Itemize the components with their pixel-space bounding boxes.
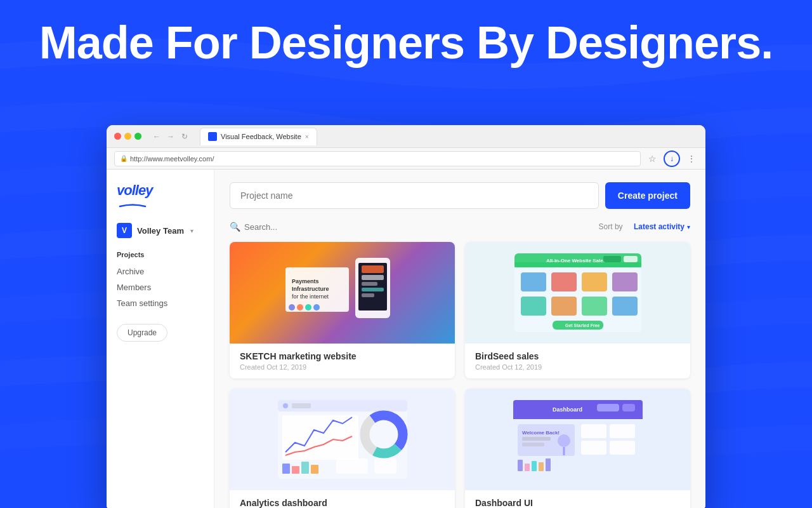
chevron-down-icon: ▾ xyxy=(190,227,193,234)
tab-area: Visual Feedback, Website × xyxy=(200,128,693,145)
svg-rect-54 xyxy=(522,443,544,446)
svg-point-13 xyxy=(305,304,311,311)
nav-section-label: Projects xyxy=(117,251,204,258)
browser-tab[interactable]: Visual Feedback, Website × xyxy=(200,128,317,145)
sort-chevron-icon: ▾ xyxy=(687,224,690,231)
address-bar[interactable]: 🔒 http://www.meetvolley.com/ xyxy=(114,151,641,166)
svg-rect-28 xyxy=(612,297,638,316)
svg-point-55 xyxy=(558,434,570,447)
svg-text:Payments: Payments xyxy=(292,278,319,284)
create-project-button[interactable]: Create project xyxy=(605,182,690,209)
svg-rect-4 xyxy=(362,282,377,286)
svg-rect-61 xyxy=(518,460,523,471)
svg-text:Get Started Free: Get Started Free xyxy=(565,323,600,328)
svg-rect-58 xyxy=(610,424,635,438)
svg-rect-27 xyxy=(582,297,607,316)
search-box: 🔍 xyxy=(230,222,358,232)
team-name: Volley Team xyxy=(137,226,184,236)
project-date-birdseed: Created Oct 12, 2019 xyxy=(475,363,680,371)
search-icon: 🔍 xyxy=(230,222,240,232)
svg-point-14 xyxy=(313,304,320,311)
project-info-sketch: SKETCH marketing website Created Oct 12,… xyxy=(230,344,455,378)
svg-point-33 xyxy=(283,403,288,408)
svg-rect-62 xyxy=(525,464,530,471)
project-thumbnail-analytics xyxy=(230,389,455,490)
team-selector[interactable]: V Volley Team ▾ xyxy=(117,223,204,238)
sort-label: Sort by xyxy=(599,222,623,231)
tab-title: Visual Feedback, Website xyxy=(221,133,301,140)
project-card-analytics[interactable]: Analytics dashboard Created Oct 11, 2019 xyxy=(230,389,455,508)
svg-rect-63 xyxy=(532,461,537,471)
address-text: http://www.meetvolley.com/ xyxy=(130,155,214,163)
browser-window: ← → ↻ Visual Feedback, Website × 🔒 http:… xyxy=(107,125,705,508)
svg-rect-47 xyxy=(513,414,643,419)
reload-button[interactable]: ↻ xyxy=(180,131,190,142)
fullscreen-traffic-light[interactable] xyxy=(134,133,141,140)
svg-rect-65 xyxy=(546,458,551,471)
svg-rect-3 xyxy=(362,275,384,280)
sidebar-item-members[interactable]: Members xyxy=(117,279,204,295)
project-title-dashboard: Dashboard UI xyxy=(475,498,680,508)
search-input[interactable] xyxy=(244,222,358,232)
svg-rect-64 xyxy=(539,462,544,471)
browser-nav: ← → ↻ xyxy=(152,131,190,142)
svg-rect-20 xyxy=(624,256,638,262)
project-info-dashboard: Dashboard UI Created Oct 10, 2019 xyxy=(465,490,690,508)
address-bar-actions: ☆ ↓ ⋮ xyxy=(646,150,698,167)
project-date-sketch: Created Oct 12, 2019 xyxy=(240,363,445,371)
svg-rect-57 xyxy=(581,424,606,438)
svg-text:Infrastructure: Infrastructure xyxy=(292,286,329,292)
bookmark-icon[interactable]: ☆ xyxy=(646,152,658,165)
svg-text:Dashboard: Dashboard xyxy=(553,406,582,413)
sort-value[interactable]: Latest activity xyxy=(634,222,684,231)
volley-logo: volley xyxy=(117,182,204,210)
back-button[interactable]: ← xyxy=(152,131,162,142)
more-menu-icon[interactable]: ⋮ xyxy=(685,152,698,165)
svg-rect-53 xyxy=(522,437,551,441)
project-info-analytics: Analytics dashboard Created Oct 11, 2019 xyxy=(230,490,455,508)
svg-rect-5 xyxy=(362,288,384,291)
svg-text:Welcome Back!: Welcome Back! xyxy=(522,430,560,436)
svg-rect-21 xyxy=(521,272,546,291)
tab-close-icon[interactable]: × xyxy=(305,133,309,140)
svg-point-11 xyxy=(289,304,295,311)
svg-rect-44 xyxy=(374,458,396,474)
forward-button[interactable]: → xyxy=(166,131,176,142)
project-title-birdseed: BirdSeed sales xyxy=(475,351,680,361)
svg-rect-6 xyxy=(362,293,374,297)
svg-text:for the internet: for the internet xyxy=(292,293,329,300)
sidebar-item-archive[interactable]: Archive xyxy=(117,264,204,279)
svg-rect-2 xyxy=(362,265,384,273)
svg-rect-60 xyxy=(610,441,635,455)
svg-rect-24 xyxy=(612,272,638,291)
address-bar-row: 🔒 http://www.meetvolley.com/ ☆ ↓ ⋮ xyxy=(107,148,705,170)
team-avatar: V xyxy=(117,223,132,238)
sidebar-item-team-settings[interactable]: Team settings xyxy=(117,295,204,311)
svg-rect-40 xyxy=(292,466,299,474)
project-card-dashboard[interactable]: Dashboard Welcome Back! xyxy=(465,389,690,508)
svg-rect-59 xyxy=(581,441,606,455)
svg-rect-41 xyxy=(301,462,309,474)
sidebar: volley V Volley Team ▾ Projects Archive … xyxy=(107,170,214,508)
lock-icon: 🔒 xyxy=(120,155,128,162)
download-icon[interactable]: ↓ xyxy=(664,150,680,167)
logo-swoosh xyxy=(117,203,148,208)
upgrade-button[interactable]: Upgrade xyxy=(117,324,167,342)
search-sort-bar: 🔍 Sort by Latest activity ▾ xyxy=(230,222,690,232)
svg-rect-26 xyxy=(551,297,577,316)
project-card-birdseed[interactable]: All-in-One Website Sales Tool xyxy=(465,242,690,378)
traffic-lights xyxy=(114,133,141,140)
svg-rect-22 xyxy=(551,272,577,291)
project-card-sketch[interactable]: Payments Infrastructure for the internet… xyxy=(230,242,455,378)
close-traffic-light[interactable] xyxy=(114,133,121,140)
project-title-analytics: Analytics dashboard xyxy=(240,498,445,508)
logo-text: volley xyxy=(117,182,152,199)
minimize-traffic-light[interactable] xyxy=(124,133,131,140)
project-title-sketch: SKETCH marketing website xyxy=(240,351,445,361)
project-thumbnail-birdseed: All-in-One Website Sales Tool xyxy=(465,242,690,344)
svg-rect-23 xyxy=(582,272,607,291)
svg-rect-49 xyxy=(597,404,619,411)
create-project-bar: Create project xyxy=(230,182,690,209)
project-name-input[interactable] xyxy=(230,182,599,209)
project-thumbnail-dashboard: Dashboard Welcome Back! xyxy=(465,389,690,490)
